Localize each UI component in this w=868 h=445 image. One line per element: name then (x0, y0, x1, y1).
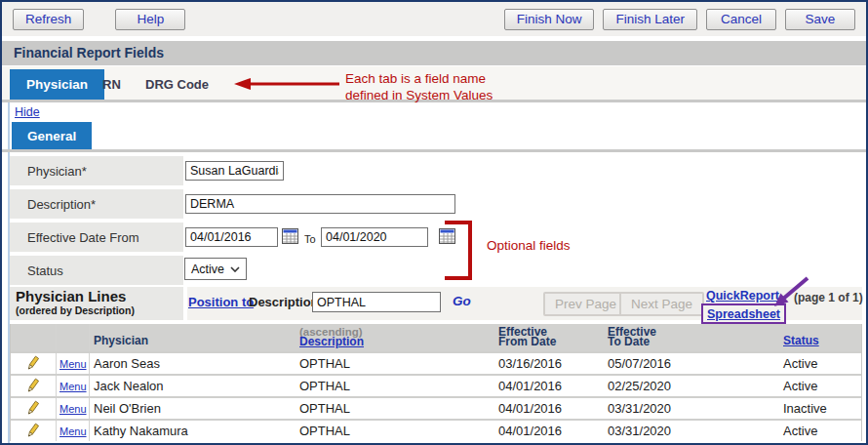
edit-pencil-icon[interactable] (25, 423, 40, 439)
col-header-eff-to-line2: To Date (608, 335, 650, 348)
section-divider (2, 149, 866, 152)
app-window: Refresh Help Finish Now Finish Later Can… (0, 0, 868, 445)
cell-physician: Jack Nealon (94, 379, 164, 393)
column-divider (56, 353, 57, 374)
description-input[interactable] (185, 194, 455, 214)
physician-lines-subtitle: (ordered by Description) (16, 304, 183, 316)
column-divider (56, 421, 57, 441)
physician-field-label: Physician* (10, 156, 183, 185)
cancel-button[interactable]: Cancel (706, 9, 776, 30)
table-row: Menu Kathy Nakamura OPTHAL 04/01/2016 03… (11, 419, 861, 441)
cell-effective-to: 05/07/2016 (608, 356, 671, 371)
edit-pencil-icon[interactable] (25, 400, 40, 417)
col-header-physician: Physician (94, 334, 148, 347)
col-header-eff-from-line2: From Date (498, 335, 556, 348)
cell-description: OPTHAL (299, 424, 350, 438)
cell-status: Active (783, 356, 817, 371)
table-row: Menu Neil O'Brien OPTHAL 04/01/2016 03/3… (11, 396, 861, 419)
position-to-input[interactable] (312, 292, 441, 312)
cell-description: OPTHAL (299, 356, 350, 371)
column-divider (89, 421, 90, 441)
physician-lines-table: Physician (ascending) Description Effect… (10, 324, 862, 441)
spreadsheet-link[interactable]: Spreadsheet (707, 307, 780, 321)
chevron-down-icon (230, 266, 240, 272)
tab-general[interactable]: General (12, 122, 92, 150)
column-divider (56, 324, 57, 351)
row-menu-link[interactable]: Menu (59, 381, 87, 392)
help-button[interactable]: Help (115, 9, 185, 30)
row-menu-link[interactable]: Menu (59, 358, 87, 370)
table-row: Menu Jack Nealon OPTHAL 04/01/2016 02/25… (11, 374, 861, 396)
cell-effective-to: 03/31/2020 (608, 401, 671, 416)
cell-physician: Kathy Nakamura (94, 424, 188, 438)
physician-lines-title: Physician Lines (16, 289, 183, 304)
status-select[interactable]: Active (184, 258, 247, 280)
column-divider (89, 324, 90, 351)
position-description-label: Description (249, 295, 319, 309)
row-menu-link[interactable]: Menu (59, 403, 87, 415)
to-label: To (304, 233, 316, 245)
toolbar-left-group: Refresh Help (13, 9, 185, 30)
edit-pencil-icon[interactable] (25, 378, 40, 394)
table-row: Menu Aaron Seas OPTHAL 03/16/2016 05/07/… (11, 351, 861, 374)
prev-page-button[interactable]: Prev Page (543, 292, 628, 316)
column-divider (89, 353, 90, 374)
column-divider (89, 376, 90, 396)
column-divider (56, 376, 57, 396)
refresh-button[interactable]: Refresh (13, 9, 84, 30)
tab-drg-code[interactable]: DRG Code (145, 77, 209, 92)
column-divider (89, 398, 90, 419)
status-select-value: Active (191, 263, 224, 276)
cell-physician: Neil O'Brien (94, 401, 161, 416)
red-arrow-icon (234, 76, 341, 92)
cell-physician: Aaron Seas (94, 356, 160, 371)
tabs-annotation-line1: Each tab is a field name (345, 70, 493, 87)
col-header-description[interactable]: Description (299, 335, 364, 348)
effective-from-input[interactable] (185, 227, 278, 247)
status-field-label: Status (10, 256, 183, 285)
save-button[interactable]: Save (785, 9, 855, 30)
cell-status: Active (783, 379, 817, 393)
row-menu-link[interactable]: Menu (59, 425, 87, 437)
effective-to-input[interactable] (321, 227, 428, 247)
tabs-annotation-line2: defined in System Values (345, 87, 493, 103)
cell-status: Inactive (783, 401, 827, 416)
cell-effective-from: 04/01/2016 (498, 424, 562, 438)
cell-description: OPTHAL (299, 401, 350, 416)
effective-date-from-label: Effective Date From (10, 222, 183, 252)
cell-effective-to: 02/25/2020 (608, 379, 671, 393)
cell-status: Active (783, 424, 817, 438)
cell-effective-to: 03/31/2020 (608, 424, 671, 438)
optional-fields-bracket-icon (445, 221, 472, 280)
toolbar-right-group: Finish Now Finish Later Cancel Save (504, 9, 855, 30)
finish-later-button[interactable]: Finish Later (603, 9, 697, 30)
physician-input[interactable] (185, 161, 284, 181)
finish-now-button[interactable]: Finish Now (504, 9, 595, 30)
tabs-annotation: Each tab is a field name defined in Syst… (345, 70, 493, 103)
edit-pencil-icon[interactable] (25, 355, 40, 372)
col-header-status[interactable]: Status (783, 334, 819, 347)
go-link[interactable]: Go (453, 294, 471, 308)
cell-effective-from: 04/01/2016 (498, 379, 562, 393)
tab-rn[interactable]: RN (102, 77, 121, 92)
page-indicator: (page 1 of 1) (794, 291, 863, 304)
cell-effective-from: 04/01/2016 (498, 401, 562, 416)
physician-lines-header: Physician Lines (ordered by Description) (10, 287, 183, 320)
position-to-link[interactable]: Position to (188, 295, 254, 309)
table-header-row: Physician (ascending) Description Effect… (11, 324, 861, 351)
column-divider (56, 398, 57, 419)
tab-physician[interactable]: Physician (10, 69, 104, 100)
top-toolbar: Refresh Help Finish Now Finish Later Can… (2, 2, 866, 36)
hide-link[interactable]: Hide (15, 105, 40, 119)
calendar-icon[interactable] (282, 228, 298, 244)
page-title: Financial Report Fields (2, 41, 866, 65)
description-field-label: Description* (10, 189, 183, 219)
cell-description: OPTHAL (299, 379, 350, 393)
cell-effective-from: 03/16/2016 (498, 356, 562, 371)
next-page-button[interactable]: Next Page (619, 292, 704, 316)
optional-fields-annotation: Optional fields (487, 237, 571, 254)
